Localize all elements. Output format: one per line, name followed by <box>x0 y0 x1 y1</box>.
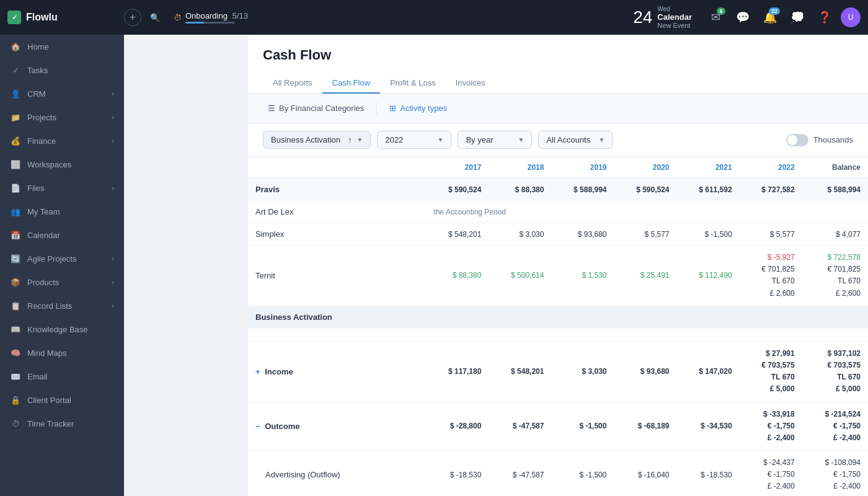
business-activation-dropdown[interactable]: Business Activation ↑ ▼ <box>263 131 371 149</box>
help-button[interactable]: ❓ <box>813 6 836 29</box>
cell-income-balance: $ 937,102€ 703,575TL 670£ 5,000 <box>802 341 868 402</box>
outcome-row: − Outcome $ -28,800 $ -47,587 $ -1,500 $… <box>248 402 868 451</box>
onboarding-progress: 5/13 <box>232 11 248 20</box>
all-accounts-dropdown[interactable]: All Accounts ▼ <box>538 131 613 149</box>
table-header-row: 2017 2018 2019 2020 2021 2022 Balance <box>248 157 868 179</box>
sidebar-label-agile: Agile Projects <box>27 254 76 264</box>
by-year-dropdown[interactable]: By year ▼ <box>458 131 532 149</box>
mail-button[interactable]: ✉ 6 <box>704 6 727 29</box>
year-dropdown-icon: ▼ <box>438 136 444 143</box>
table-row: Pravis $ 590,524 $ 88,380 $ 588,994 $ 59… <box>248 179 868 201</box>
sidebar-item-products[interactable]: 📦 Products › <box>0 270 124 294</box>
tasks-icon: ✓ <box>10 64 21 76</box>
year-dropdown[interactable]: 2022 ▼ <box>377 131 451 149</box>
client-portal-icon: 🔒 <box>10 394 21 405</box>
add-button[interactable]: + <box>124 9 141 26</box>
files-icon: 📄 <box>10 182 21 193</box>
email-icon: ✉️ <box>10 371 21 382</box>
comments-button[interactable]: 💬 <box>732 6 754 29</box>
onboarding-button[interactable]: ⏱ Onboarding 5/13 <box>174 11 248 24</box>
sidebar-label-mind-maps: Mind Maps <box>27 348 67 358</box>
cell-outcome-2022: $ -33,918€ -1,750£ -2,400 <box>740 402 802 451</box>
outcome-expand-icon[interactable]: − <box>255 422 260 431</box>
cell-simplex-2019: $ 93,680 <box>551 223 614 246</box>
sidebar-item-tasks[interactable]: ✓ Tasks <box>0 58 124 82</box>
sidebar-item-finance[interactable]: 💰 Finance › <box>0 129 124 153</box>
onboarding-progress-bar <box>185 22 204 24</box>
cell-outcome-balance: $ -214,524€ -1,750£ -2,400 <box>802 402 868 451</box>
cell-adv-balance: $ -108,094€ -1,750£ -2,400 <box>802 451 868 496</box>
tab-profit-loss[interactable]: Profit & Loss <box>380 73 446 94</box>
tab-invoices[interactable]: Invoices <box>446 73 495 94</box>
cell-ba-2020 <box>614 306 676 328</box>
thousands-toggle-switch[interactable] <box>786 134 808 146</box>
user-avatar[interactable]: U <box>841 7 861 27</box>
cell-pravis-2021: $ 611,592 <box>677 179 740 201</box>
tab-bar: All Reports Cash Flow Profit & Loss Invo… <box>263 73 853 93</box>
sidebar-item-workspaces[interactable]: ⬜ Workspaces <box>0 153 124 176</box>
cell-outcome-2021: $ -34,530 <box>677 402 740 451</box>
sidebar-item-home[interactable]: 🏠 Home <box>0 35 124 58</box>
cell-adv-2021: $ -18,530 <box>677 451 740 496</box>
sidebar: 🏠 Home ✓ Tasks 👤 CRM › 📁 Projects › 💰 Fi… <box>0 0 124 496</box>
cell-ba-balance <box>802 306 868 328</box>
income-expand-icon[interactable]: + <box>255 367 260 376</box>
sidebar-item-email[interactable]: ✉️ Email <box>0 365 124 388</box>
sidebar-label-products: Products <box>27 278 59 287</box>
crm-icon: 👤 <box>10 88 21 99</box>
income-label: + Income <box>248 341 426 402</box>
sidebar-item-crm[interactable]: 👤 CRM › <box>0 82 124 105</box>
tab-all-reports[interactable]: All Reports <box>263 73 322 94</box>
cell-outcome-2020: $ -68,189 <box>614 402 676 451</box>
search-button[interactable]: 🔍 <box>146 9 164 26</box>
activity-icon: ⊞ <box>389 104 396 113</box>
main-content: Cash Flow All Reports Cash Flow Profit &… <box>248 35 868 496</box>
ba-dropdown-icon: ▼ <box>357 136 363 143</box>
col-2018: 2018 <box>489 157 551 179</box>
logo-icon: ✓ <box>7 11 21 24</box>
sidebar-item-agile[interactable]: 🔄 Agile Projects › <box>0 247 124 270</box>
cell-pravis-2019: $ 588,994 <box>551 179 614 201</box>
projects-icon: 📁 <box>10 112 21 123</box>
col-2022: 2022 <box>740 157 802 179</box>
tab-cash-flow[interactable]: Cash Flow <box>322 73 380 94</box>
notifications-button[interactable]: 🔔 22 <box>759 6 781 29</box>
cell-ba-2021 <box>677 306 740 328</box>
calendar-button[interactable]: 24 Wed Calendar New Event <box>626 3 699 32</box>
sidebar-item-client-portal[interactable]: 🔒 Client Portal <box>0 388 124 412</box>
activity-types-btn[interactable]: ⊞ Activity types <box>384 101 452 115</box>
table-row: Simplex $ 548,201 $ 3,030 $ 93,680 $ 5,5… <box>248 223 868 246</box>
sidebar-item-time-tracker[interactable]: ⏱ Time Tracker <box>0 412 124 435</box>
calendar-title: Calendar <box>657 12 692 22</box>
sidebar-item-mind-maps[interactable]: 🧠 Mind Maps <box>0 341 124 365</box>
cell-simplex-2022: $ 5,577 <box>740 223 802 246</box>
sidebar-item-knowledge-base[interactable]: 📖 Knowledge Base <box>0 317 124 341</box>
sidebar-label-home: Home <box>27 42 49 51</box>
cell-adv-2022: $ -24,437€ -1,750£ -2,400 <box>740 451 802 496</box>
mind-maps-icon: 🧠 <box>10 347 21 358</box>
col-balance: Balance <box>802 157 868 179</box>
app-logo[interactable]: ✓ Flowlu <box>7 11 119 24</box>
all-accounts-label: All Accounts <box>546 135 590 144</box>
sidebar-item-calendar[interactable]: 📅 Calendar <box>0 223 124 247</box>
activity-types-label: Activity types <box>400 104 447 113</box>
sidebar-label-tasks: Tasks <box>27 66 48 75</box>
accounts-dropdown-icon: ▼ <box>599 136 605 143</box>
cell-income-2021: $ 147,020 <box>677 341 740 402</box>
cell-simplex-2018: $ 3,030 <box>489 223 551 246</box>
knowledge-base-icon: 📖 <box>10 324 21 335</box>
sidebar-item-projects[interactable]: 📁 Projects › <box>0 105 124 129</box>
cell-outcome-2019: $ -1,500 <box>551 402 614 451</box>
messages-button[interactable]: 💭 <box>786 6 808 29</box>
cell-income-2019: $ 3,030 <box>551 341 614 402</box>
files-chevron-icon: › <box>112 185 114 192</box>
onboarding-label: Onboarding <box>185 11 228 20</box>
cell-pravis-2020: $ 590,524 <box>614 179 676 201</box>
sidebar-item-record-lists[interactable]: 📋 Record Lists › <box>0 294 124 317</box>
col-2017: 2017 <box>426 157 489 179</box>
sidebar-item-files[interactable]: 📄 Files › <box>0 176 124 200</box>
by-financial-categories-btn[interactable]: ☰ By Financial Categories <box>263 101 369 115</box>
sidebar-item-my-team[interactable]: 👥 My Team <box>0 200 124 223</box>
cell-income-2018: $ 548,201 <box>489 341 551 402</box>
cell-income-2020: $ 93,680 <box>614 341 676 402</box>
